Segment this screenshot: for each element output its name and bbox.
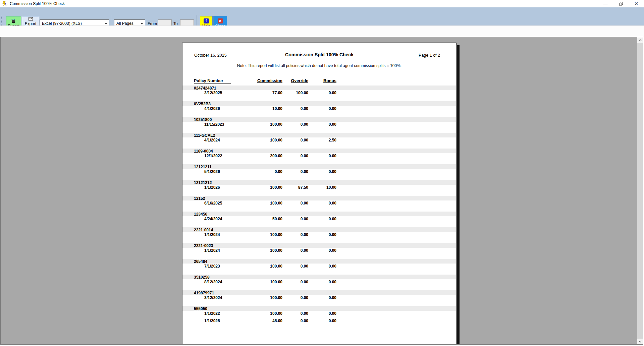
close-icon: ✕ [218, 18, 223, 23]
override-value: 0.00 [285, 319, 308, 323]
override-value: 0.00 [285, 122, 308, 127]
column-header-policy-number: Policy Number [194, 78, 231, 83]
bonus-value: 0.00 [312, 122, 336, 127]
policy-band: 12121211 [182, 164, 456, 169]
restore-icon [619, 2, 623, 6]
policy-detail-row: 1/1/2024100.000.000.00 [182, 248, 456, 253]
vertical-scrollbar[interactable] [637, 37, 643, 344]
effective-date: 12/1/2022 [204, 154, 222, 158]
effective-date: 7/1/2023 [204, 264, 220, 269]
chevron-up-icon [639, 39, 642, 41]
commission-value: 100.00 [243, 122, 282, 127]
policy-number: 555050 [194, 306, 207, 311]
override-value: 0.00 [285, 280, 308, 284]
override-value: 0.00 [285, 295, 308, 300]
report-title: Commission Split 100% Check [182, 52, 456, 57]
commission-value: 100.00 [243, 264, 282, 269]
report-rows: 02474248713/12/202577.00100.000.000V252B… [182, 85, 456, 329]
bonus-value: 0.00 [312, 169, 336, 174]
policy-detail-row: 4/24/202450.000.000.00 [182, 216, 456, 221]
policy-group: 2221-00231/1/2024100.000.000.00 [182, 243, 456, 253]
override-value: 0.00 [285, 169, 308, 174]
policy-group: 121212115/1/20260.000.000.00 [182, 164, 456, 174]
policy-detail-row: 4/1/202610.000.000.00 [182, 106, 456, 111]
policy-detail-row: 6/16/2025100.000.000.00 [182, 200, 456, 206]
effective-date: 1/1/2022 [204, 311, 220, 316]
minimize-button[interactable]: — [598, 0, 613, 7]
commission-value: 100.00 [243, 280, 282, 284]
commission-value: 100.00 [243, 248, 282, 253]
policy-band: 12152 [182, 196, 456, 200]
policy-band: 419879971 [182, 290, 456, 295]
policy-band: 10251800 [182, 117, 456, 122]
policy-number: 265484 [194, 259, 207, 264]
close-window-button[interactable]: ✕ [629, 0, 644, 7]
svg-text:Σ: Σ [5, 2, 7, 6]
bonus-value: 2.50 [312, 138, 336, 142]
policy-number: 2221-0014 [194, 228, 213, 232]
page-shadow [457, 45, 460, 345]
window-title: Commission Split 100% Check [10, 1, 65, 6]
policy-detail-row: 4/1/2024100.000.002.50 [182, 137, 456, 142]
policy-number: 3510258 [194, 275, 210, 280]
policy-group: 1189-000412/1/2022200.000.000.00 [182, 149, 456, 158]
column-header-override: Override [285, 78, 308, 83]
policy-number: 10251800 [194, 117, 212, 122]
bonus-value: 0.00 [312, 295, 336, 300]
effective-date: 4/1/2026 [204, 106, 220, 111]
report-page-info: Page 1 of 2 [419, 53, 440, 58]
export-icon [11, 19, 16, 24]
policy-detail-row: 3/12/2024100.000.000.00 [182, 295, 456, 300]
policy-band: 111-GCAL2 [182, 133, 456, 137]
policy-group: 111-GCAL24/1/2024100.000.002.50 [182, 133, 456, 142]
override-value: 0.00 [285, 264, 308, 269]
policy-group: 1025180011/15/2023100.000.000.00 [182, 117, 456, 127]
commission-value: 77.00 [243, 91, 282, 95]
policy-number: 0V252B3 [194, 102, 211, 106]
bonus-value: 0.00 [312, 106, 336, 111]
column-header-bonus: Bonus [312, 78, 336, 83]
policy-band: 12121212 [182, 180, 456, 185]
policy-band: 555050 [182, 306, 456, 311]
report-nav-toolbar: /2 [0, 25, 644, 37]
override-value: 0.00 [285, 154, 308, 158]
policy-group: 2654847/1/2023100.000.000.00 [182, 259, 456, 269]
commission-value: 10.00 [243, 106, 282, 111]
effective-date: 11/15/2023 [204, 122, 224, 127]
policy-band: 3510258 [182, 275, 456, 279]
policy-group: 0V252B34/1/202610.000.000.00 [182, 101, 456, 111]
effective-date: 3/12/2024 [204, 295, 222, 300]
bonus-value: 0.00 [312, 91, 336, 95]
report-page: October 16, 2025 Commission Split 100% C… [182, 43, 457, 345]
effective-date: 5/1/2026 [204, 169, 220, 174]
override-value: 0.00 [285, 138, 308, 142]
scroll-up-button[interactable] [637, 37, 643, 43]
commission-value: 200.00 [243, 154, 282, 158]
restore-button[interactable] [613, 0, 629, 7]
bonus-value: 0.00 [312, 319, 336, 323]
policy-band: 265484 [182, 259, 456, 264]
override-value: 0.00 [285, 232, 308, 237]
bonus-value: 0.00 [312, 232, 336, 237]
policy-detail-row: 1/1/202545.000.000.00 [182, 318, 456, 323]
bonus-value: 0.00 [312, 154, 336, 158]
policy-detail-row: 8/12/2024100.000.000.00 [182, 279, 456, 284]
policy-band: 2221-0014 [182, 227, 456, 232]
help-icon: ? [204, 18, 209, 23]
commission-value: 100.00 [243, 295, 282, 300]
export-format-value: Excel (97-2003) (XLS) [42, 21, 82, 26]
policy-detail-row: 3/12/202577.00100.000.00 [182, 90, 456, 95]
pages-value: All Pages [116, 21, 133, 26]
scroll-down-button[interactable] [637, 339, 643, 344]
commission-value: 50.00 [243, 217, 282, 221]
override-value: 87.50 [285, 185, 308, 190]
policy-group: 35102588/12/2024100.000.000.00 [182, 275, 456, 284]
bonus-value: 0.00 [312, 311, 336, 316]
policy-band: 0V252B3 [182, 101, 456, 106]
bonus-value: 0.00 [312, 201, 336, 206]
commission-value: 100.00 [243, 201, 282, 206]
effective-date: 1/1/2024 [204, 248, 220, 253]
policy-band: 123456 [182, 212, 456, 216]
policy-number: 12152 [194, 196, 205, 201]
bonus-value: 0.00 [312, 280, 336, 284]
